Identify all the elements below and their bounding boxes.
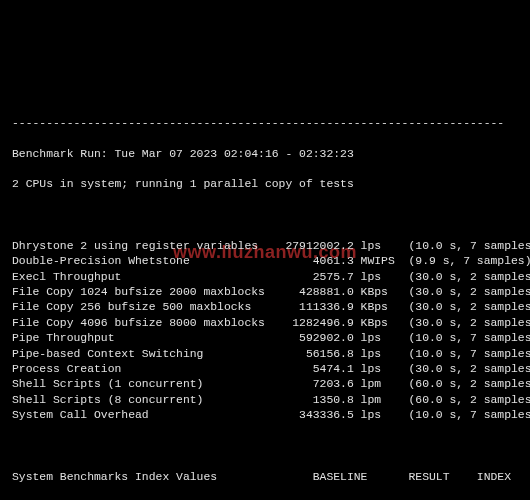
run-header-line1: Benchmark Run: Tue Mar 07 2023 02:04:16 … [12,147,518,162]
run-header-line2: 2 CPUs in system; running 1 parallel cop… [12,177,518,192]
terminal-output: ----------------------------------------… [12,100,518,500]
result-row: File Copy 1024 bufsize 2000 maxblocks 42… [12,285,518,300]
result-row: Shell Scripts (1 concurrent) 7203.6 lpm … [12,377,518,392]
result-row: Process Creation 5474.1 lps (30.0 s, 2 s… [12,362,518,377]
hr-top: ----------------------------------------… [12,116,518,131]
result-row: Dhrystone 2 using register variables 279… [12,239,518,254]
result-row: File Copy 256 bufsize 500 maxblocks 1113… [12,300,518,315]
blank-line [12,208,518,223]
result-row: Execl Throughput 2575.7 lps (30.0 s, 2 s… [12,270,518,285]
blank-line [12,439,518,454]
index-header-row: System Benchmarks Index Values BASELINE … [12,470,518,485]
result-row: File Copy 4096 bufsize 8000 maxblocks 12… [12,316,518,331]
result-row: Double-Precision Whetstone 4061.3 MWIPS … [12,254,518,269]
result-row: Shell Scripts (8 concurrent) 1350.8 lpm … [12,393,518,408]
raw-results-block: Dhrystone 2 using register variables 279… [12,239,518,424]
result-row: Pipe Throughput 592902.0 lps (10.0 s, 7 … [12,331,518,346]
result-row: System Call Overhead 343336.5 lps (10.0 … [12,408,518,423]
result-row: Pipe-based Context Switching 56156.8 lps… [12,347,518,362]
